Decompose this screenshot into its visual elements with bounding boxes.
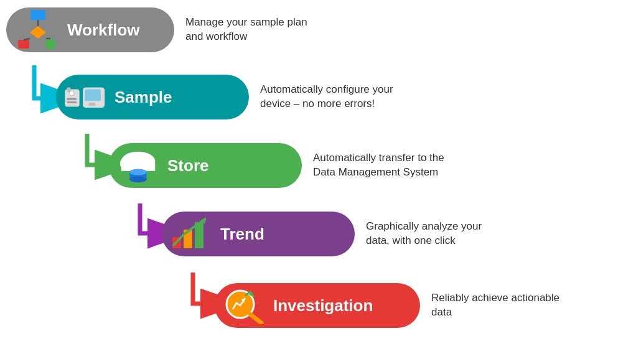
store-description: Automatically transfer to the Data Manag… xyxy=(313,151,450,180)
store-icon xyxy=(116,149,160,183)
workflow-label: Workflow xyxy=(67,21,140,40)
sample-row: Sample Automatically configure your devi… xyxy=(56,75,397,119)
trend-icon xyxy=(169,217,213,251)
sample-icon xyxy=(63,80,107,114)
svg-rect-19 xyxy=(88,103,95,106)
diagram-container: Workflow Manage your sample plan and wor… xyxy=(0,0,641,364)
workflow-row: Workflow Manage your sample plan and wor… xyxy=(6,7,322,52)
trend-label: Trend xyxy=(220,225,264,244)
svg-rect-4 xyxy=(30,10,45,20)
svg-point-16 xyxy=(69,91,74,96)
svg-rect-6 xyxy=(18,40,29,49)
investigation-row: Investigation Reliably achieve actionabl… xyxy=(215,283,568,328)
svg-rect-18 xyxy=(85,90,101,101)
investigation-label: Investigation xyxy=(273,296,373,315)
workflow-pill: Workflow xyxy=(6,7,174,52)
svg-rect-15 xyxy=(67,101,77,103)
trend-description: Graphically analyze your data, with one … xyxy=(366,220,503,248)
svg-marker-5 xyxy=(30,26,46,39)
investigation-description: Reliably achieve actionable data xyxy=(431,291,568,320)
sample-pill: Sample xyxy=(56,75,249,119)
store-label: Store xyxy=(167,156,208,175)
investigation-pill: Investigation xyxy=(215,283,420,328)
svg-point-26 xyxy=(129,177,146,183)
workflow-icon xyxy=(16,13,60,47)
sample-label: Sample xyxy=(115,88,172,107)
svg-line-9 xyxy=(24,39,30,40)
investigation-icon xyxy=(222,289,266,323)
store-pill: Store xyxy=(109,143,302,188)
workflow-description: Manage your sample plan and workflow xyxy=(185,16,322,44)
trend-row: Trend Graphically analyze your data, wit… xyxy=(162,212,503,256)
store-row: Store Automatically transfer to the Data… xyxy=(109,143,450,188)
svg-line-34 xyxy=(250,314,261,323)
svg-rect-14 xyxy=(67,98,77,100)
sample-description: Automatically configure your device – no… xyxy=(260,83,397,111)
svg-point-7 xyxy=(45,39,56,50)
trend-pill: Trend xyxy=(162,212,355,256)
svg-point-27 xyxy=(129,169,146,175)
